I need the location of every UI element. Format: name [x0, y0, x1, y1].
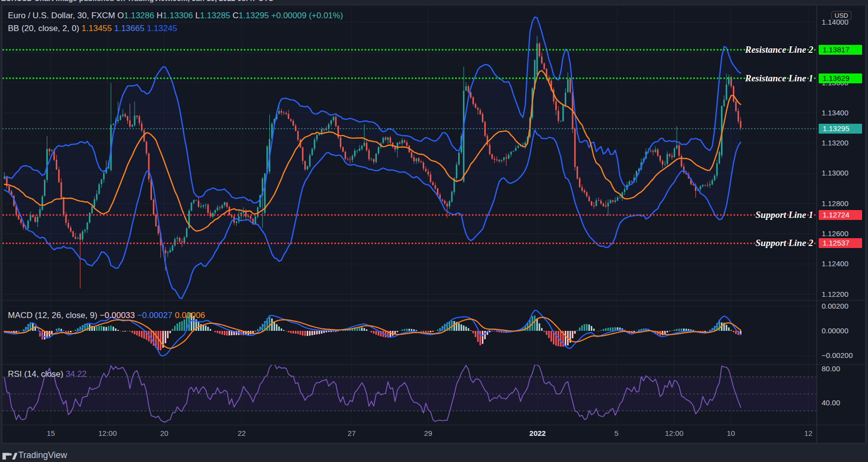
svg-text:1.12800: 1.12800	[822, 199, 848, 208]
svg-text:10: 10	[727, 429, 735, 437]
svg-text:1.12724: 1.12724	[823, 211, 849, 219]
svg-text:1.13629: 1.13629	[823, 74, 849, 82]
svg-text:Support Line 1: Support Line 1	[756, 210, 813, 220]
svg-text:MACD (12, 26, close, 9) −0.00: MACD (12, 26, close, 9) −0.00033 −0.0002…	[8, 311, 205, 320]
svg-text:1.12400: 1.12400	[822, 259, 848, 268]
svg-text:1.12537: 1.12537	[823, 239, 849, 247]
svg-text:1.13000: 1.13000	[822, 169, 848, 177]
svg-text:BB (20, close, 2, 0) 1.13455: BB (20, close, 2, 0) 1.13455 1.13665 1.1…	[8, 24, 177, 33]
svg-text:1.12600: 1.12600	[822, 229, 848, 238]
svg-text:TradingView: TradingView	[18, 450, 68, 460]
svg-text:Resistance Line 2: Resistance Line 2	[745, 44, 814, 55]
svg-text:−0.00200: −0.00200	[822, 351, 853, 359]
svg-text:29: 29	[424, 429, 433, 437]
svg-text:EURUSD Chart Image published o: EURUSD Chart Image published on TradingV…	[1, 0, 274, 2]
svg-text:Support Line 2: Support Line 2	[756, 238, 814, 248]
svg-text:40.00: 40.00	[822, 398, 840, 407]
svg-text:80.00: 80.00	[822, 364, 840, 373]
svg-text:1.13295: 1.13295	[823, 124, 849, 133]
svg-text:12: 12	[804, 429, 813, 437]
svg-text:15: 15	[47, 429, 55, 437]
svg-text:5: 5	[615, 429, 618, 437]
svg-text:Euro / U.S. Dollar, 30, FXCM O: Euro / U.S. Dollar, 30, FXCM O1.13286 H1…	[8, 11, 343, 20]
svg-text:12:00: 12:00	[665, 429, 684, 437]
svg-text:20: 20	[160, 429, 169, 437]
svg-text:1.13200: 1.13200	[822, 139, 848, 147]
svg-text:22: 22	[238, 429, 246, 437]
svg-text:RSI (14, close) 34.22: RSI (14, close) 34.22	[8, 369, 87, 379]
svg-text:USD: USD	[834, 12, 848, 19]
svg-text:12:00: 12:00	[98, 429, 117, 437]
svg-text:2022: 2022	[529, 429, 545, 437]
svg-text:1.13817: 1.13817	[823, 45, 849, 54]
svg-text:0.00000: 0.00000	[822, 326, 848, 335]
svg-text:1.12200: 1.12200	[822, 290, 848, 298]
svg-text:27: 27	[348, 429, 356, 437]
svg-text:Resistance Line 1: Resistance Line 1	[745, 73, 813, 83]
svg-text:1.13400: 1.13400	[822, 108, 848, 117]
svg-text:0.00200: 0.00200	[822, 302, 848, 310]
